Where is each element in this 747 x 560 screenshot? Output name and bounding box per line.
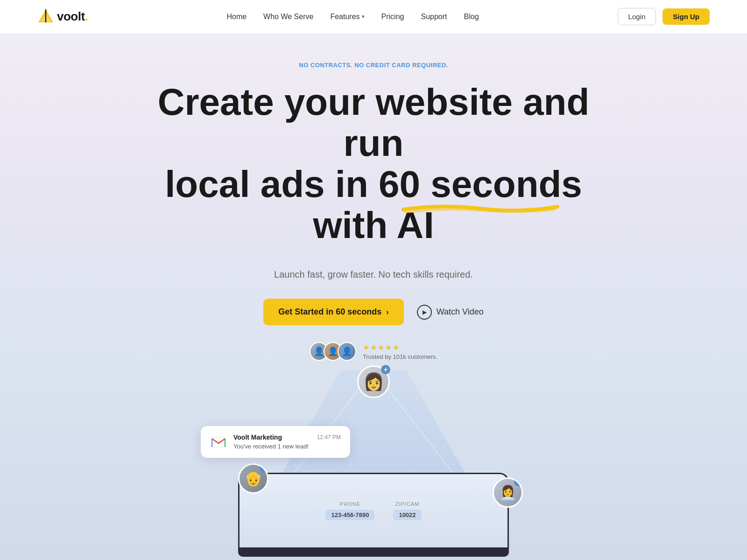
notification-header: Voolt Marketing 12:47 PM (233, 434, 341, 441)
notification-time: 12:47 PM (317, 434, 341, 441)
phone-value: 123-456-7890 (331, 511, 369, 518)
arrow-icon: › (386, 308, 388, 316)
play-icon: ▶ (417, 305, 432, 320)
hero-section: NO CONTRACTS. NO CREDIT CARD REQUIRED. C… (0, 34, 747, 560)
floating-avatar-right: 👩‍💼 + (493, 477, 523, 508)
hero-title: Create your website and run local ads in… (128, 82, 619, 246)
notification-message: You've received 1 new lead! (233, 443, 341, 450)
logo-icon (37, 8, 54, 25)
floating-avatar-top: 👩 + (357, 365, 390, 398)
logo[interactable]: voolt. (37, 8, 88, 25)
nav-who-we-serve[interactable]: Who We Serve (263, 13, 313, 21)
signup-button[interactable]: Sign Up (662, 8, 710, 25)
chevron-down-icon: ▾ (362, 14, 365, 20)
nav-actions: Login Sign Up (618, 8, 710, 25)
hero-highlight: 60 seconds (379, 163, 582, 205)
nav-blog[interactable]: Blog (464, 13, 479, 21)
device-col-phone: PHONE 123-456-7890 (325, 501, 374, 520)
device-col-zip: ZIP/CAM 10022 (393, 501, 421, 520)
get-started-button[interactable]: Get Started in 60 seconds › (263, 299, 403, 325)
hero-badge: NO CONTRACTS. NO CREDIT CARD REQUIRED. (299, 62, 448, 69)
avatar: 👤 (338, 342, 356, 361)
star-rating: ★★★★★ (363, 343, 437, 352)
login-button[interactable]: Login (618, 8, 656, 25)
phone-label: PHONE (325, 501, 374, 507)
gmail-icon (210, 434, 227, 450)
plus-badge: + (381, 365, 390, 374)
notification-card: Voolt Marketing 12:47 PM You've received… (201, 426, 350, 458)
nav-support[interactable]: Support (421, 13, 447, 21)
notification-content: Voolt Marketing 12:47 PM You've received… (233, 434, 341, 450)
social-proof: 👤 👤 👤 ★★★★★ Trusted by 101k customers. (310, 342, 437, 361)
floating-avatar-left: 👴 + (238, 463, 268, 494)
device-container: PHONE 123-456-7890 ZIP/CAM 10022 (238, 473, 509, 560)
notification-sender: Voolt Marketing (233, 434, 282, 441)
nav-home[interactable]: Home (226, 13, 247, 21)
avatar-stack: 👤 👤 👤 (310, 342, 356, 361)
logo-wordmark: voolt. (57, 9, 88, 24)
nav-pricing[interactable]: Pricing (381, 13, 404, 21)
hero-subtitle: Launch fast, grow faster. No tech skills… (274, 269, 473, 280)
underline-decoration (374, 200, 587, 213)
navbar: voolt. Home Who We Serve Features ▾ Pric… (0, 0, 747, 34)
nav-links: Home Who We Serve Features ▾ Pricing Sup… (226, 13, 479, 21)
svg-rect-8 (212, 438, 225, 447)
nav-features[interactable]: Features ▾ (330, 13, 364, 21)
hero-cta: Get Started in 60 seconds › ▶ Watch Vide… (263, 299, 483, 325)
watch-video-button[interactable]: ▶ Watch Video (417, 305, 484, 320)
zip-label: ZIP/CAM (393, 501, 421, 507)
funnel-area: 👩 + Voolt Marketing (163, 370, 584, 557)
zip-value: 10022 (399, 511, 416, 518)
trusted-count: Trusted by 101k customers. (363, 353, 437, 360)
proof-text: ★★★★★ Trusted by 101k customers. (363, 343, 437, 360)
device-screen: PHONE 123-456-7890 ZIP/CAM 10022 (238, 473, 509, 547)
